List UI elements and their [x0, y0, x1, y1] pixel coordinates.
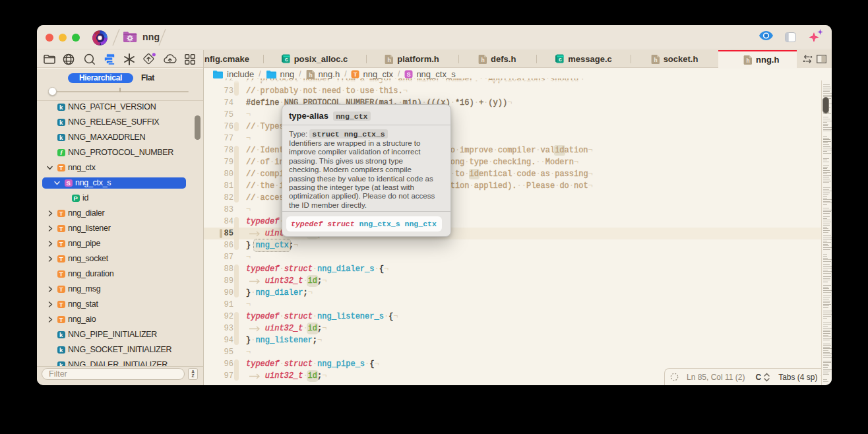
svg-text:h: h [654, 57, 657, 63]
svg-text:c: c [285, 56, 288, 63]
svg-text:c: c [559, 56, 562, 63]
svg-text:S: S [407, 71, 411, 77]
svg-text:h: h [481, 57, 484, 63]
svg-text:h: h [388, 57, 391, 63]
svg-text:h: h [309, 71, 312, 78]
svg-text:h: h [746, 57, 749, 64]
svg-text:T: T [354, 71, 357, 77]
